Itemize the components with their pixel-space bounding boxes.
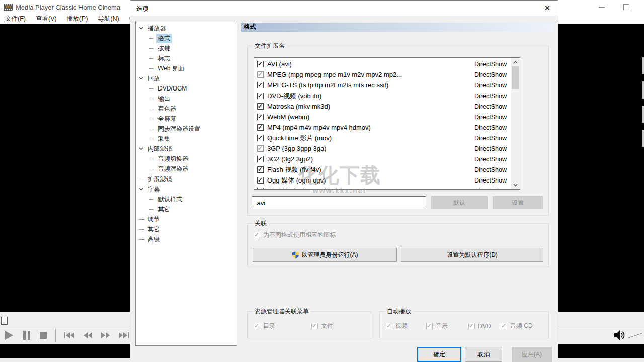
menu-item[interactable]: 查看(V) xyxy=(31,15,62,23)
chevron-down-icon[interactable] xyxy=(139,27,146,30)
check-all-button[interactable]: ✓ xyxy=(642,57,644,74)
scrollbar[interactable] xyxy=(511,58,520,189)
rewind-icon[interactable] xyxy=(83,332,93,339)
tree-item[interactable]: 调节 xyxy=(136,214,237,224)
format-row[interactable]: WebM (webm)DirectShow xyxy=(254,112,520,122)
format-row[interactable]: AVI (avi)DirectShow xyxy=(254,59,520,69)
seek-thumb[interactable] xyxy=(1,317,8,325)
format-row[interactable]: MP4 (mp4 m4v mp4v mpv4 hdmov)DirectShow xyxy=(254,122,520,133)
tree-item[interactable]: 标志 xyxy=(136,53,237,63)
checkbox-icon[interactable] xyxy=(257,156,264,162)
format-row[interactable]: 3G2 (3g2 3gp2)DirectShow xyxy=(254,154,520,164)
tree-item[interactable]: 其它 xyxy=(136,204,237,214)
scroll-up-icon[interactable] xyxy=(511,58,520,66)
format-row[interactable]: Matroska (mkv mk3d)DirectShow xyxy=(254,101,520,112)
checkbox-icon[interactable] xyxy=(257,93,264,99)
tree-connector xyxy=(149,48,156,49)
checkbox-label: 音频 CD xyxy=(510,322,533,330)
format-row[interactable]: Flash 视频 (flv f4v)DirectShow xyxy=(254,164,520,175)
volume-slider[interactable] xyxy=(628,330,643,340)
skip-forward-icon[interactable] xyxy=(118,332,129,339)
tree-item[interactable]: 同步渲染器设置 xyxy=(136,124,237,134)
run-as-admin-button[interactable]: 以管理员身份运行(A) xyxy=(253,248,397,262)
format-row[interactable]: DVD-视频 (vob ifo)DirectShow xyxy=(254,90,520,101)
stop-icon[interactable] xyxy=(39,331,47,339)
chevron-down-icon[interactable] xyxy=(139,188,146,191)
format-row[interactable]: 3GP (3gp 3gpp 3ga)DirectShow xyxy=(254,143,520,154)
tree-item[interactable]: Web 界面 xyxy=(136,63,237,73)
tree-item[interactable]: 其它 xyxy=(136,224,237,234)
tree-item[interactable]: 默认样式 xyxy=(136,194,237,204)
checkbox-icon xyxy=(501,323,507,329)
uncheck-all-button[interactable] xyxy=(642,130,644,147)
format-engine: DirectShow xyxy=(474,156,507,163)
checkbox-icon[interactable] xyxy=(257,135,264,141)
checkbox-icon[interactable] xyxy=(257,82,264,88)
menu-item[interactable]: 文件(F) xyxy=(0,15,31,23)
play-icon[interactable] xyxy=(4,330,14,341)
checkbox-icon[interactable] xyxy=(257,103,264,110)
format-row[interactable]: QuickTime 影片 (mov)DirectShow xyxy=(254,133,520,143)
checkbox-icon[interactable] xyxy=(257,177,264,184)
format-name: 3GP (3gp 3gpp 3ga) xyxy=(267,145,327,152)
format-row[interactable]: Ogg 媒体 (ogm ogv)DirectShow xyxy=(254,175,520,186)
app-icon: 321 xyxy=(4,3,13,11)
menu-item[interactable]: 导航(N) xyxy=(93,15,124,23)
options-dialog: 选项 ✕ 播放器格式按键标志Web 界面回放DVD/OGM输出着色器全屏幕同步渲… xyxy=(130,0,558,362)
chevron-down-icon[interactable] xyxy=(139,147,146,150)
scrollbar-thumb[interactable] xyxy=(512,66,519,89)
fast-forward-icon[interactable] xyxy=(101,332,110,339)
checkbox-icon[interactable] xyxy=(257,71,264,78)
checkbox-icon[interactable] xyxy=(257,114,264,120)
tree-item[interactable]: DVD/OGM xyxy=(136,83,237,94)
tree-item[interactable]: 音频切换器 xyxy=(136,154,237,164)
extension-input[interactable] xyxy=(252,196,426,209)
checkbox-icon[interactable] xyxy=(257,124,264,131)
scroll-down-icon[interactable] xyxy=(511,181,520,189)
page-title: 格式 xyxy=(241,23,554,32)
video-only-button[interactable]: V xyxy=(642,106,644,123)
checkbox-icon[interactable] xyxy=(257,166,264,173)
tree-item[interactable]: 扩展滤镜 xyxy=(136,174,237,184)
apply-button[interactable]: 应用(A) xyxy=(512,347,552,362)
cancel-button[interactable]: 取消 xyxy=(465,347,502,362)
tree-item[interactable]: 着色器 xyxy=(136,104,237,114)
minimize-button[interactable] xyxy=(599,7,605,8)
checkbox-icon[interactable] xyxy=(257,61,264,67)
tree-item[interactable]: 音频渲染器 xyxy=(136,164,237,174)
tree-item[interactable]: 输出 xyxy=(136,94,237,104)
default-button[interactable]: 默认 xyxy=(431,196,488,209)
tree-item[interactable]: 高级 xyxy=(136,234,237,244)
pause-icon[interactable] xyxy=(22,330,31,340)
speaker-icon[interactable] xyxy=(614,329,626,342)
tree-connector xyxy=(149,58,156,59)
tree-item[interactable]: 格式 xyxy=(136,33,237,43)
ok-button[interactable]: 确定 xyxy=(417,347,461,362)
skip-back-icon[interactable] xyxy=(64,332,75,339)
checkbox-icon[interactable] xyxy=(257,188,264,190)
format-engine: DirectShow xyxy=(474,71,507,78)
audio-only-button[interactable]: A xyxy=(642,81,644,99)
set-button[interactable]: 设置 xyxy=(493,196,543,209)
format-row[interactable]: Real Media (rm rmvb)DirectShow xyxy=(254,186,520,190)
tree-item[interactable]: 内部滤镜 xyxy=(136,144,237,154)
group-label: 文件扩展名 xyxy=(253,42,287,50)
chevron-down-icon[interactable] xyxy=(139,77,146,80)
tree-item[interactable]: 播放器 xyxy=(136,23,237,33)
menu-item[interactable]: 播放(P) xyxy=(62,15,93,23)
format-row[interactable]: MPEG-TS (ts tp trp m2t m2ts mts rec ssif… xyxy=(254,80,520,90)
tree-item-label: 采集 xyxy=(156,134,172,144)
tree-item-label: 标志 xyxy=(156,54,172,63)
checkbox-icon[interactable] xyxy=(257,145,264,152)
maximize-button[interactable] xyxy=(623,4,629,10)
close-icon[interactable]: ✕ xyxy=(542,3,553,13)
tree-item[interactable]: 按键 xyxy=(136,43,237,53)
tree-item[interactable]: 全屏幕 xyxy=(136,114,237,124)
tree-item[interactable]: 回放 xyxy=(136,73,237,83)
tree-item[interactable]: 采集 xyxy=(136,134,237,144)
set-default-program-button[interactable]: 设置为默认程序(D) xyxy=(401,248,543,262)
format-row[interactable]: MPEG (mpg mpeg mpe m1v m2v mpv2 mp2...Di… xyxy=(254,69,520,80)
formats-list[interactable]: AVI (avi)DirectShowMPEG (mpg mpeg mpe m1… xyxy=(254,57,520,190)
tree-item[interactable]: 字幕 xyxy=(136,184,237,194)
format-name: Real Media (rm rmvb) xyxy=(267,187,331,190)
